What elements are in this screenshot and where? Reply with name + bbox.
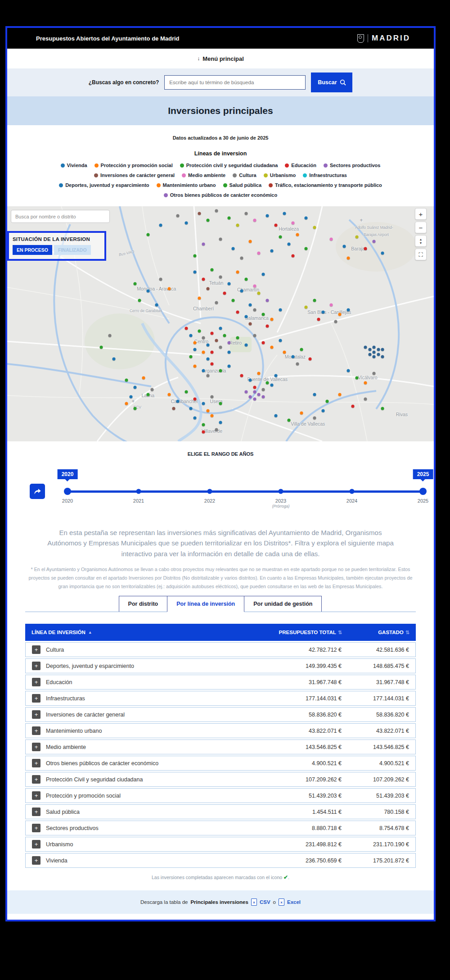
map-marker[interactable] bbox=[287, 419, 290, 422]
map-marker[interactable] bbox=[377, 348, 380, 351]
map-marker[interactable] bbox=[356, 235, 359, 238]
map-marker[interactable] bbox=[240, 289, 243, 292]
expand-row-button[interactable]: + bbox=[32, 759, 40, 767]
map-marker[interactable] bbox=[159, 223, 162, 227]
map-marker[interactable] bbox=[274, 374, 278, 377]
map-marker[interactable] bbox=[176, 400, 180, 403]
map-marker[interactable] bbox=[381, 407, 384, 410]
map-marker[interactable] bbox=[240, 256, 243, 259]
map-marker[interactable] bbox=[266, 325, 269, 328]
map-marker[interactable] bbox=[202, 336, 205, 340]
map-marker[interactable] bbox=[321, 409, 324, 413]
map-marker[interactable] bbox=[129, 395, 132, 398]
map-marker[interactable] bbox=[253, 390, 256, 394]
column-gastado[interactable]: GASTADO ⇅ bbox=[342, 630, 410, 635]
map-marker[interactable] bbox=[198, 329, 201, 332]
map-marker[interactable] bbox=[202, 350, 205, 354]
map-marker[interactable] bbox=[249, 395, 252, 398]
slider-tick[interactable] bbox=[136, 489, 141, 494]
map-marker[interactable] bbox=[321, 310, 324, 313]
filter-finalizado-button[interactable]: FINALIZADO bbox=[54, 245, 91, 255]
map-marker[interactable] bbox=[270, 318, 273, 321]
map-marker[interactable] bbox=[347, 369, 350, 372]
expand-row-button[interactable]: + bbox=[32, 678, 40, 686]
map-marker[interactable] bbox=[249, 240, 252, 243]
map-marker[interactable] bbox=[292, 355, 295, 358]
map-marker[interactable] bbox=[189, 334, 192, 337]
map-marker[interactable] bbox=[261, 341, 265, 344]
map-marker[interactable] bbox=[236, 271, 239, 274]
map-marker[interactable] bbox=[223, 334, 226, 337]
map-marker[interactable] bbox=[236, 223, 239, 227]
map-marker[interactable] bbox=[198, 212, 201, 215]
map-marker[interactable] bbox=[313, 416, 316, 419]
map-marker[interactable] bbox=[377, 353, 380, 356]
search-button[interactable]: Buscar bbox=[311, 73, 352, 92]
madrid-logo[interactable]: MADRID bbox=[357, 34, 410, 43]
map-marker[interactable] bbox=[219, 369, 222, 372]
map-marker[interactable] bbox=[112, 358, 116, 361]
map-search-input[interactable] bbox=[11, 210, 110, 223]
map-marker[interactable] bbox=[244, 343, 248, 346]
map-marker[interactable] bbox=[134, 407, 137, 410]
map-marker[interactable] bbox=[304, 306, 307, 309]
map-marker[interactable] bbox=[138, 299, 141, 302]
map-marker[interactable] bbox=[373, 355, 376, 358]
map-marker[interactable] bbox=[304, 217, 307, 220]
map-marker[interactable] bbox=[168, 287, 171, 290]
map-marker[interactable] bbox=[351, 404, 354, 408]
map-marker[interactable] bbox=[172, 407, 175, 410]
map-marker[interactable] bbox=[206, 409, 209, 413]
map-marker[interactable] bbox=[206, 343, 209, 346]
map-marker[interactable] bbox=[257, 292, 261, 295]
map-marker[interactable] bbox=[253, 398, 256, 401]
map-marker[interactable] bbox=[219, 402, 222, 405]
expand-row-button[interactable]: + bbox=[32, 662, 40, 670]
slider-track[interactable] bbox=[68, 490, 423, 493]
map-marker[interactable] bbox=[232, 299, 235, 302]
map-marker[interactable] bbox=[244, 277, 248, 281]
expand-row-button[interactable]: + bbox=[32, 645, 40, 654]
map-marker[interactable] bbox=[202, 402, 205, 405]
map-marker[interactable] bbox=[347, 256, 350, 259]
map-marker[interactable] bbox=[373, 346, 376, 349]
map-marker[interactable] bbox=[270, 250, 273, 253]
tab-por-unidad-de-gesti-n[interactable]: Por unidad de gestión bbox=[244, 596, 322, 612]
map-marker[interactable] bbox=[215, 209, 218, 213]
map-marker[interactable] bbox=[211, 350, 214, 354]
filter-en-proceso-button[interactable]: EN PROCESO bbox=[13, 245, 52, 255]
map-marker[interactable] bbox=[142, 377, 145, 380]
expand-row-button[interactable]: + bbox=[32, 840, 40, 848]
map-marker[interactable] bbox=[219, 327, 222, 330]
map-marker[interactable] bbox=[364, 398, 367, 401]
map-marker[interactable] bbox=[373, 350, 376, 354]
map-marker[interactable] bbox=[330, 304, 333, 307]
map-marker[interactable] bbox=[261, 273, 265, 276]
map-marker[interactable] bbox=[215, 339, 218, 342]
map-marker[interactable] bbox=[194, 271, 197, 274]
map-marker[interactable] bbox=[189, 355, 192, 358]
map-marker[interactable] bbox=[373, 372, 376, 375]
map-marker[interactable] bbox=[253, 386, 256, 389]
slider-tick[interactable] bbox=[350, 489, 355, 494]
pitch-toggle-button[interactable]: ▲ ▼ bbox=[415, 235, 427, 247]
map-marker[interactable] bbox=[283, 212, 286, 215]
map-marker[interactable] bbox=[155, 304, 158, 307]
map-marker[interactable] bbox=[198, 296, 201, 299]
map-marker[interactable] bbox=[270, 346, 273, 349]
map-marker[interactable] bbox=[211, 268, 214, 271]
map-marker[interactable] bbox=[279, 339, 282, 342]
map-marker[interactable] bbox=[279, 235, 282, 238]
map-marker[interactable] bbox=[211, 414, 214, 417]
slider-tick[interactable] bbox=[279, 489, 284, 494]
expand-row-button[interactable]: + bbox=[32, 824, 40, 832]
column-presupuesto-total[interactable]: PRESUPUESTO TOTAL ⇅ bbox=[254, 630, 342, 635]
map-marker[interactable] bbox=[227, 350, 230, 354]
map-marker[interactable] bbox=[159, 277, 162, 281]
map-marker[interactable] bbox=[292, 221, 295, 224]
map-marker[interactable] bbox=[326, 400, 329, 403]
download-excel-link[interactable]: Excel bbox=[287, 899, 301, 905]
map-marker[interactable] bbox=[236, 336, 239, 340]
expand-row-button[interactable]: + bbox=[32, 694, 40, 703]
expand-row-button[interactable]: + bbox=[32, 856, 40, 865]
